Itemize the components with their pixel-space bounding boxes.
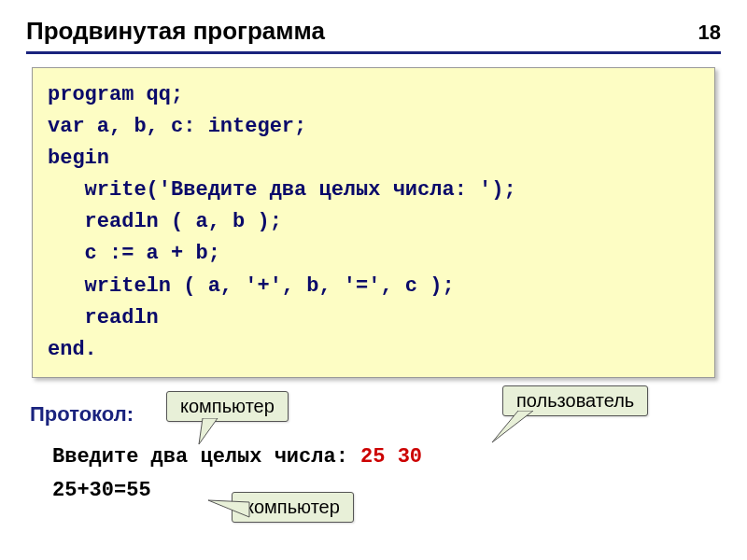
callout-text: компьютер: [180, 396, 275, 416]
protocol-area: Протокол: компьютер пользователь Введите…: [26, 395, 721, 544]
callout-computer-1: компьютер: [166, 391, 289, 422]
protocol-label: Протокол:: [30, 402, 134, 427]
callout-computer-2: компьютер: [232, 492, 354, 523]
slide-header: Продвинутая программа 18: [26, 17, 721, 54]
svg-marker-0: [199, 418, 218, 444]
output-input: 25 30: [360, 445, 422, 469]
svg-marker-2: [208, 500, 249, 517]
callout-user: пользователь: [502, 385, 648, 416]
slide-title: Продвинутая программа: [26, 17, 325, 46]
code-line: c := a + b;: [48, 242, 220, 265]
callout-text: пользователь: [516, 390, 634, 411]
svg-marker-1: [492, 411, 533, 442]
code-line: readln: [48, 306, 159, 329]
code-line: write('Введите два целых числа: ');: [48, 178, 516, 202]
output-line-2: 25+30=55: [52, 479, 151, 502]
callout-text: компьютер: [246, 497, 340, 517]
output-line-1: Введите два целых числа: 25 30: [52, 445, 422, 469]
code-line: writeln ( a, '+', b, '=', c );: [48, 274, 455, 298]
code-line: readln ( a, b );: [48, 210, 282, 233]
code-line: var a, b, c: integer;: [48, 115, 306, 138]
page-number: 18: [698, 21, 721, 45]
output-prompt: Введите два целых числа:: [52, 445, 348, 469]
code-line: program qq;: [48, 83, 183, 106]
code-line: begin: [48, 147, 109, 170]
code-line: end.: [48, 338, 97, 361]
code-block: program qq; var a, b, c: integer; begin …: [32, 67, 715, 378]
